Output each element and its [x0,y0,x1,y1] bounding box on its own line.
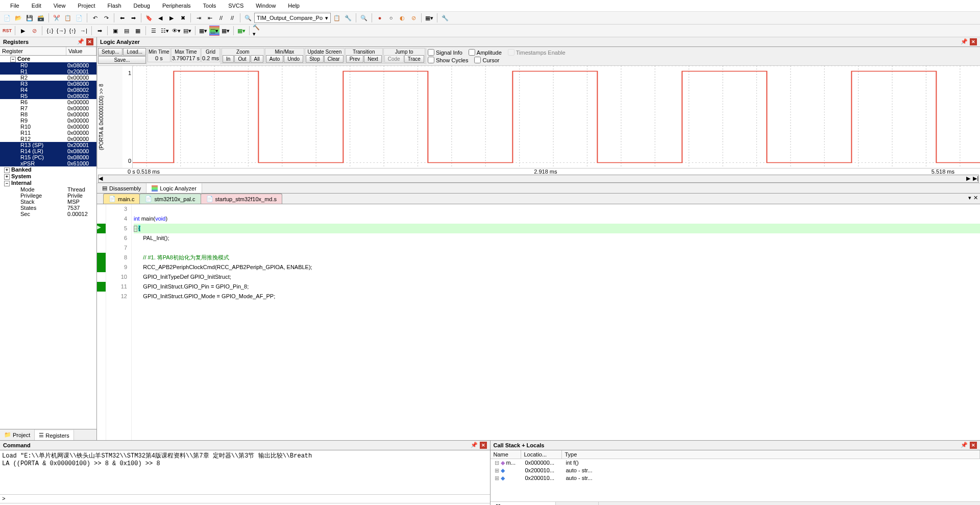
comment-icon[interactable]: // [216,13,226,23]
timestamps-check[interactable]: Timestamps Enable [508,49,566,56]
register-row[interactable]: R14 (LR)0x08000 [0,148,96,154]
collapse-icon[interactable]: − [10,57,16,62]
command-input[interactable] [8,495,490,503]
cursor-check[interactable]: Cursor [474,57,499,63]
toolbox-icon[interactable]: 🔨▾ [252,26,262,36]
indent-icon[interactable]: ⇥ [193,13,204,23]
waveform-chart[interactable] [133,66,980,168]
register-row[interactable]: R20x00000 [0,75,96,81]
window-icon[interactable]: ▦▾ [424,13,434,23]
undo-button[interactable]: Undo [284,55,303,63]
step-over-icon[interactable]: {→} [56,26,66,36]
menu-edit[interactable]: Edit [26,1,47,10]
breakpoint-enable-icon[interactable]: ○ [386,13,396,23]
tab-logic-analyzer[interactable]: Logic Analyzer [146,183,202,193]
internal-row[interactable]: Sec0.00012 [0,211,96,217]
trace-button[interactable]: Trace [404,55,424,63]
amplitude-check[interactable]: Amplitude [469,49,502,56]
menu-project[interactable]: Project [71,1,101,10]
save-button[interactable]: Save... [98,56,146,64]
disasm-window-icon[interactable]: ▤ [121,26,132,36]
menu-window[interactable]: Window [250,1,282,10]
register-row[interactable]: R90x00000 [0,117,96,124]
menu-debug[interactable]: Debug [128,1,156,10]
watch-window-icon[interactable]: 👁▾ [171,26,181,36]
analysis-window-icon[interactable]: ◫▾ [209,26,219,36]
register-row[interactable]: R80x00000 [0,111,96,117]
callstack-window-icon[interactable]: ☷▾ [160,26,170,36]
close-icon[interactable]: ✕ [480,442,487,449]
menu-peripherals[interactable]: Peripherals [156,1,197,10]
register-row[interactable]: R60x00000 [0,99,96,105]
register-row[interactable]: R30x08000 [0,81,96,87]
paste-icon[interactable]: 📄 [74,13,84,23]
pin-icon[interactable]: 📌 [961,38,968,44]
zoom-in-button[interactable]: In [223,55,234,63]
find-icon[interactable]: 🔍 [243,13,253,23]
close-icon[interactable]: ✕ [970,38,977,45]
register-row[interactable]: R00x08000 [0,62,96,68]
stop-icon[interactable]: ⊘ [29,26,39,36]
memory-window-icon[interactable]: ▤▾ [182,26,192,36]
close-tab-icon[interactable]: ✕ [973,195,978,201]
internal-row[interactable]: ModeThread [0,186,96,193]
reset-icon[interactable]: RST [2,26,12,36]
register-row[interactable]: R15 (PC)0x08000 [0,154,96,160]
nav-fwd-icon[interactable]: ➡ [128,13,138,23]
show-next-icon[interactable]: ➡ [94,26,105,36]
step-into-icon[interactable]: {↓} [45,26,55,36]
tab-disassembly[interactable]: ▤Disassembly [97,183,146,193]
registers-tree[interactable]: −Core R00x08000R10x20001R20x00000R30x080… [0,56,96,429]
zoom-out-button[interactable]: Out [234,55,250,63]
close-icon[interactable]: ✕ [86,38,93,45]
serial-window-icon[interactable]: ▦▾ [198,26,208,36]
callstack-list[interactable]: ⊟ ◆ m...0x000000...int f()⊞ ◆ 0x200010..… [491,459,981,501]
new-file-icon[interactable]: 📄 [2,13,12,23]
tab-menu-icon[interactable]: ▾ [968,195,971,201]
menu-view[interactable]: View [47,1,72,10]
tab-project[interactable]: 📁Project [0,429,35,440]
internal-row[interactable]: States7537 [0,205,96,211]
save-all-icon[interactable]: 🗃️ [36,13,46,23]
step-out-icon[interactable]: {↑} [67,26,78,36]
nav-back-icon[interactable]: ⬅ [117,13,127,23]
options-icon[interactable]: 🔧 [343,13,353,23]
show-cycles-check[interactable]: Show Cycles [428,57,469,63]
callstack-row[interactable]: ⊞ ◆ 0x200010...auto - str... [491,467,981,474]
registers-window-icon[interactable]: ☰ [149,26,159,36]
tab-pal-c[interactable]: 📄stm32f10x_pal.c [139,194,201,204]
bookmark-clear-icon[interactable]: ✖ [178,13,188,23]
code-editor[interactable]: ▶ 3456789101112 int main(void)−{ PAL_Ini… [97,204,980,440]
config-icon[interactable]: 📋 [332,13,342,23]
run-to-cursor-icon[interactable]: →| [79,26,89,36]
col-type[interactable]: Type [562,450,981,459]
register-row[interactable]: R10x20001 [0,68,96,75]
pin-icon[interactable]: 📌 [471,442,478,448]
undo-icon[interactable]: ↶ [90,13,100,23]
redo-icon[interactable]: ↷ [101,13,111,23]
collapse-icon[interactable]: − [4,181,10,186]
breakpoint-kill-icon[interactable]: ⊘ [408,13,419,23]
save-icon[interactable]: 💾 [24,13,35,23]
la-scrollbar[interactable]: ◀▶▶| [98,175,979,183]
col-name[interactable]: Name [491,450,521,459]
register-row[interactable]: R120x00000 [0,136,96,142]
symbol-window-icon[interactable]: ▦ [133,26,143,36]
callstack-row[interactable]: ⊟ ◆ m...0x000000...int f() [491,459,981,467]
menu-flash[interactable]: Flash [102,1,128,10]
next-button[interactable]: Next [364,55,382,63]
open-file-icon[interactable]: 📂 [13,13,23,23]
close-icon[interactable]: ✕ [970,442,977,449]
tab-callstack[interactable]: ☷Call Stack + Locals [491,502,556,505]
run-icon[interactable]: ▶ [18,26,28,36]
bookmark-next-icon[interactable]: ▶ [166,13,177,23]
register-row[interactable]: R110x00000 [0,130,96,136]
uncomment-icon[interactable]: // [227,13,237,23]
register-row[interactable]: R100x00000 [0,124,96,130]
register-row[interactable]: xPSR0x61000 [0,160,96,166]
signal-info-check[interactable]: Signal Info [428,49,462,56]
internal-row[interactable]: PrivilegePrivile [0,193,96,199]
auto-button[interactable]: Auto [266,55,284,63]
clear-button[interactable]: Clear [324,55,344,63]
trace-window-icon[interactable]: ▦▾ [220,26,231,36]
